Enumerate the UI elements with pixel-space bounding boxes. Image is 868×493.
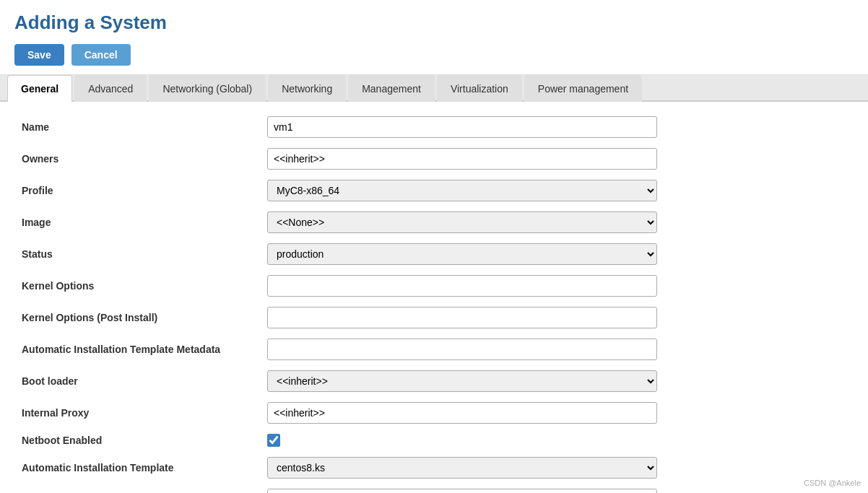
tab-power-management[interactable]: Power management xyxy=(524,75,642,102)
boot-loader-select[interactable]: <<inherit>> grub grub2 grub2-efi-x64 gru… xyxy=(267,370,657,392)
status-row: Status production development testing xyxy=(22,243,846,265)
name-input[interactable] xyxy=(267,116,657,138)
kernel-options-input[interactable] xyxy=(267,275,657,297)
ait-label: Automatic Installation Template xyxy=(22,462,267,474)
status-select[interactable]: production development testing xyxy=(267,243,657,265)
status-label: Status xyxy=(22,248,267,260)
tab-management[interactable]: Management xyxy=(348,75,435,102)
ait-metadata-input[interactable] xyxy=(267,339,657,360)
profile-select[interactable]: MyC8-x86_64 <<inherit>> xyxy=(267,180,657,201)
netboot-enabled-row: Netboot Enabled xyxy=(22,434,846,447)
tabs-bar: General Advanced Networking (Global) Net… xyxy=(0,75,868,102)
name-row: Name xyxy=(22,116,846,138)
page-title: Adding a System xyxy=(14,12,854,34)
form-area: Name Owners Profile MyC8-x86_64 <<inheri… xyxy=(0,102,868,493)
boot-loader-row: Boot loader <<inherit>> grub grub2 grub2… xyxy=(22,370,846,392)
comment-row: Comment xyxy=(22,489,846,493)
image-row: Image <<None>> <<inherit>> xyxy=(22,211,846,233)
internal-proxy-input[interactable] xyxy=(267,402,657,424)
netboot-enabled-checkbox[interactable] xyxy=(267,434,280,447)
cancel-button[interactable]: Cancel xyxy=(71,44,131,66)
kernel-options-row: Kernel Options xyxy=(22,275,846,297)
profile-label: Profile xyxy=(22,185,267,196)
boot-loader-label: Boot loader xyxy=(22,375,267,387)
tab-networking-global[interactable]: Networking (Global) xyxy=(149,75,266,102)
ait-row: Automatic Installation Template centos8.… xyxy=(22,457,846,479)
owners-input[interactable] xyxy=(267,148,657,170)
watermark: CSDN @Ankele xyxy=(804,479,861,487)
tab-general[interactable]: General xyxy=(7,75,72,102)
ait-metadata-label: Automatic Installation Template Metadata xyxy=(22,344,267,355)
tab-advanced[interactable]: Advanced xyxy=(74,75,147,102)
ait-select[interactable]: centos8.ks <<inherit>> xyxy=(267,457,657,479)
kernel-options-post-row: Kernel Options (Post Install) xyxy=(22,307,846,328)
comment-label: Comment xyxy=(22,489,267,493)
toolbar: Save Cancel xyxy=(14,44,854,66)
image-select[interactable]: <<None>> <<inherit>> xyxy=(267,211,657,233)
kernel-options-post-label: Kernel Options (Post Install) xyxy=(22,312,267,323)
tab-networking[interactable]: Networking xyxy=(268,75,346,102)
kernel-options-post-input[interactable] xyxy=(267,307,657,328)
save-button[interactable]: Save xyxy=(14,44,64,66)
internal-proxy-label: Internal Proxy xyxy=(22,407,267,419)
ait-metadata-row: Automatic Installation Template Metadata xyxy=(22,339,846,360)
netboot-enabled-label: Netboot Enabled xyxy=(22,435,267,446)
kernel-options-label: Kernel Options xyxy=(22,280,267,292)
owners-row: Owners xyxy=(22,148,846,170)
comment-textarea[interactable] xyxy=(267,489,657,493)
owners-label: Owners xyxy=(22,153,267,165)
page-header: Adding a System Save Cancel xyxy=(0,0,868,75)
image-label: Image xyxy=(22,217,267,228)
name-label: Name xyxy=(22,121,267,133)
tab-virtualization[interactable]: Virtualization xyxy=(437,75,522,102)
internal-proxy-row: Internal Proxy xyxy=(22,402,846,424)
profile-row: Profile MyC8-x86_64 <<inherit>> xyxy=(22,180,846,201)
